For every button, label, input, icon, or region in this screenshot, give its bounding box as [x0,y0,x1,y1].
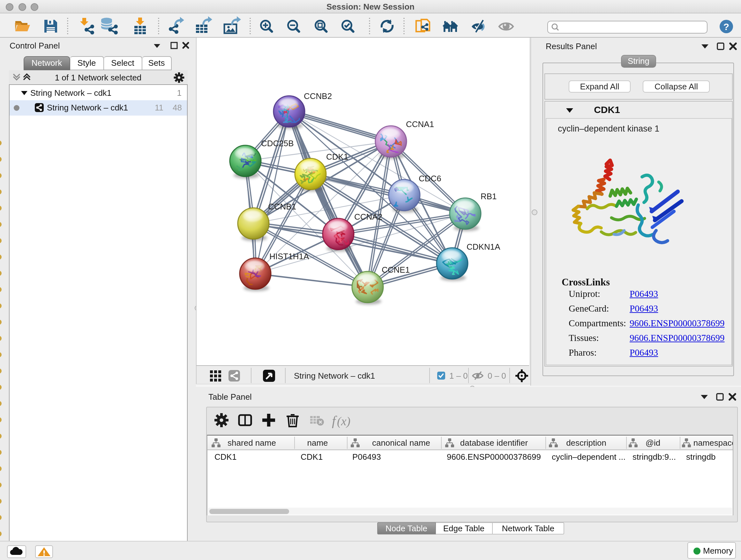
svg-text:CCNA2: CCNA2 [354,212,382,222]
svg-text:name: name [307,438,328,448]
svg-text:0 – 0: 0 – 0 [487,371,506,381]
svg-text:canonical name: canonical name [372,438,430,448]
svg-text:shared name: shared name [227,438,276,448]
svg-text:CDKN1A: CDKN1A [466,242,500,252]
svg-text:RB1: RB1 [480,192,496,201]
svg-text:CDC6: CDC6 [418,174,441,183]
svg-text:CDC25B: CDC25B [261,138,293,148]
svg-text:CCNA1: CCNA1 [406,119,434,129]
svg-text:String Network – cdk1: String Network – cdk1 [293,371,375,381]
svg-text:CCNB2: CCNB2 [304,91,332,101]
svg-text:CDK1: CDK1 [326,152,348,162]
svg-text:HIST1H1A: HIST1H1A [269,252,309,261]
svg-text:?: ? [724,21,729,32]
svg-text:database identifier: database identifier [460,438,528,448]
svg-text:CCNE1: CCNE1 [381,265,409,274]
svg-text:namespace: namespace [693,438,733,448]
svg-text:@id: @id [646,438,661,448]
svg-text:(x): (x) [337,414,350,428]
svg-text:CCNB1: CCNB1 [268,202,296,211]
svg-text:description: description [566,438,606,448]
svg-text:f: f [332,413,337,428]
svg-text:1 – 0: 1 – 0 [449,371,468,381]
